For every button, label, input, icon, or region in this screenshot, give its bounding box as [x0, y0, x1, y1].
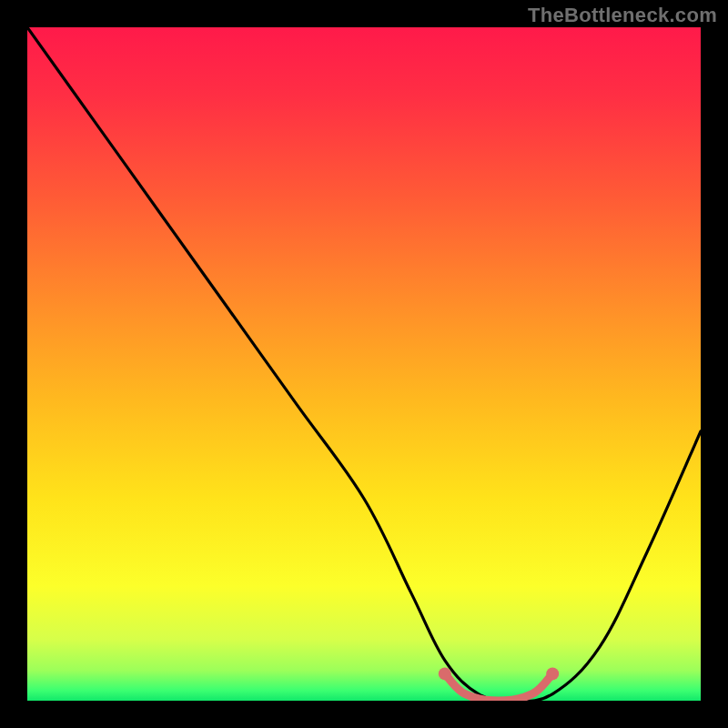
chart-frame: TheBottleneck.com [0, 0, 728, 728]
plot-area [27, 27, 701, 701]
highlight-dot-left [439, 667, 451, 680]
highlight-dot-right [546, 667, 559, 680]
gradient-background [27, 27, 701, 701]
watermark-text: TheBottleneck.com [528, 4, 717, 27]
chart-svg [27, 27, 701, 701]
